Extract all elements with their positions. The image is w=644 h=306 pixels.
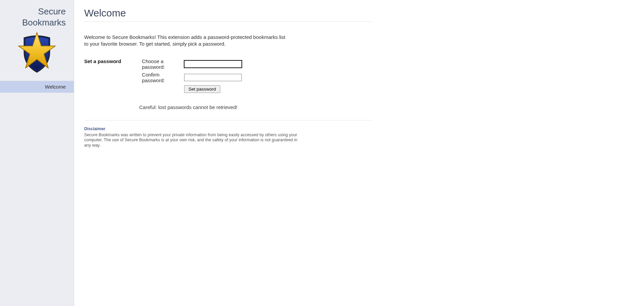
shield-star-icon [17,31,57,74]
warning-text: Careful: lost passwords cannot be retrie… [139,104,373,110]
main-content: Welcome Welcome to Secure Bookmarks! Thi… [74,0,644,306]
section-divider [84,120,373,120]
sidebar: Secure Bookmarks [0,0,74,306]
brand-line-2: Bookmarks [3,17,66,28]
confirm-password-row: Confirm password: [142,72,242,83]
app-logo [0,30,74,80]
disclaimer-body: Secure Bookmarks was written to prevent … [84,133,299,148]
intro-text: Welcome to Secure Bookmarks! This extens… [84,34,285,48]
form-fields: Choose a password: Confirm password: Set… [142,58,242,93]
app-root: Secure Bookmarks [0,0,644,306]
set-password-button[interactable]: Set password [184,85,220,93]
choose-password-row: Choose a password: [142,58,242,70]
submit-row: Set password [142,85,242,93]
disclaimer-heading: Disclaimer [84,126,373,131]
confirm-password-input[interactable] [184,74,242,81]
brand-line-1: Secure [3,6,66,17]
content-wrapper: Welcome Welcome to Secure Bookmarks! Thi… [84,7,373,148]
password-form: Set a password Choose a password: Confir… [84,58,373,93]
page-title: Welcome [84,7,373,19]
title-divider [84,21,373,22]
sidebar-item-label: Welcome [45,84,66,90]
sidebar-item-welcome[interactable]: Welcome [0,81,74,93]
confirm-password-label: Confirm password: [142,72,183,83]
choose-password-input[interactable] [184,60,242,68]
form-section-label: Set a password [84,58,121,64]
sidebar-nav: Welcome [0,81,74,93]
app-brand: Secure Bookmarks [0,0,74,30]
choose-password-label: Choose a password: [142,58,183,70]
